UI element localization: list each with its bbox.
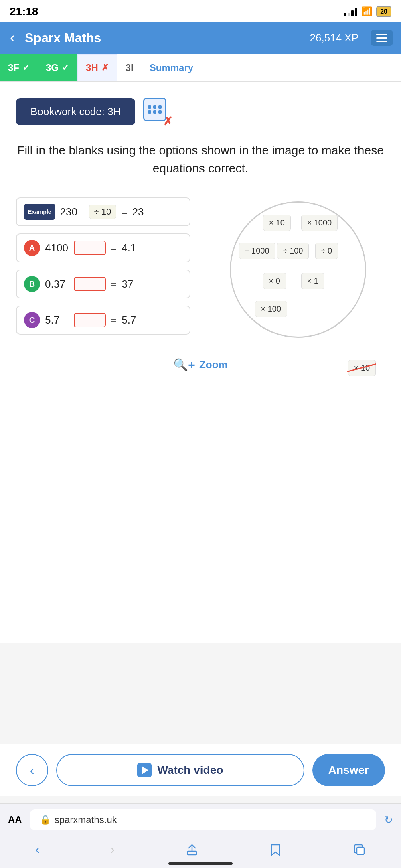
- equation-row-B: B 0.37 = 37: [16, 270, 190, 298]
- eq-lhs: 230: [60, 206, 84, 218]
- calc-dot: [153, 105, 156, 109]
- eq-blank-C[interactable]: [74, 313, 106, 327]
- calc-dot: [153, 110, 156, 114]
- calc-dot: [148, 105, 151, 109]
- options-circle-container: × 10 × 1000 ÷ 1000 ÷ 100 ÷ 0 × 0 × 1 × 1…: [211, 197, 385, 338]
- zoom-label: Zoom: [199, 359, 228, 371]
- label-B: B: [24, 276, 40, 292]
- option-div1000[interactable]: ÷ 1000: [239, 243, 275, 259]
- option-x10[interactable]: × 10: [263, 215, 291, 231]
- browser-back-button[interactable]: ‹: [27, 839, 48, 860]
- hamburger-line: [376, 41, 387, 42]
- label-C: C: [24, 312, 40, 328]
- eq-blank-A[interactable]: [74, 241, 106, 255]
- answer-button[interactable]: Answer: [312, 754, 385, 786]
- play-triangle: [142, 766, 148, 774]
- x-icon: ✗: [101, 63, 109, 73]
- label-A: A: [24, 240, 40, 256]
- browser-bookmarks-button[interactable]: [261, 840, 290, 859]
- calc-dot: [158, 110, 162, 114]
- check-icon: ✓: [22, 63, 30, 73]
- option-x10-crossed: × 10: [348, 360, 376, 376]
- eq-equals: =: [111, 242, 117, 254]
- hamburger-line: [376, 37, 387, 39]
- equation-row-C: C 5.7 = 5.7: [16, 306, 190, 335]
- reload-icon[interactable]: ↻: [384, 814, 393, 826]
- signal-icon: [344, 7, 357, 16]
- nav-menu-button[interactable]: [371, 30, 393, 46]
- browser-forward-button[interactable]: ›: [102, 839, 123, 860]
- equation-row-A: A 4100 = 4.1: [16, 233, 190, 262]
- status-bar: 21:18 📶 20: [0, 0, 401, 22]
- nav-title: Sparx Maths: [25, 30, 302, 45]
- eq-blank-B[interactable]: [74, 277, 106, 291]
- tab-3I[interactable]: 3I: [117, 54, 142, 81]
- equation-row-example: Example 230 ÷ 10 = 23: [16, 197, 190, 226]
- eq-equals: =: [121, 206, 127, 218]
- option-div100[interactable]: ÷ 100: [277, 243, 309, 259]
- video-icon: [137, 763, 152, 777]
- option-x1[interactable]: × 1: [301, 273, 324, 289]
- bookwork-badge: Bookwork code: 3H: [16, 98, 135, 125]
- calc-dot-row: [148, 110, 162, 114]
- lock-icon: 🔒: [40, 815, 51, 825]
- option-div0[interactable]: ÷ 0: [315, 243, 338, 259]
- question-text: Fill in the blanks using the options sho…: [16, 141, 385, 177]
- browser-url: sparxmaths.uk: [55, 814, 117, 825]
- tab-3F[interactable]: 3F ✓: [0, 54, 38, 81]
- tab-3H-label: 3H: [86, 62, 98, 73]
- bookwork-row: Bookwork code: 3H ✗: [16, 98, 385, 125]
- nav-xp: 26,514 XP: [310, 32, 358, 44]
- main-content: Bookwork code: 3H ✗ Fill in the blanks u…: [0, 82, 401, 643]
- browser-bar: AA 🔒 sparxmaths.uk ↻: [0, 803, 401, 836]
- option-x0[interactable]: × 0: [263, 273, 286, 289]
- option-x100[interactable]: × 100: [255, 301, 288, 317]
- eq-equals: =: [111, 278, 117, 290]
- watch-video-button[interactable]: Watch video: [56, 754, 304, 786]
- tab-3G[interactable]: 3G ✓: [38, 54, 77, 81]
- battery-indicator: 20: [376, 6, 391, 17]
- eq-rhs: 23: [132, 206, 144, 218]
- wifi-icon: 📶: [361, 6, 372, 17]
- tab-3F-label: 3F: [8, 62, 19, 73]
- eq-lhs-B: 0.37: [45, 278, 69, 290]
- hamburger-line: [376, 34, 387, 35]
- calc-x-badge: ✗: [163, 116, 172, 127]
- svg-rect-2: [357, 847, 364, 854]
- tab-3G-label: 3G: [46, 62, 59, 73]
- tabs-bar: 3F ✓ 3G ✓ 3H ✗ 3I Summary: [0, 54, 401, 82]
- calculator-icon: ✗: [143, 98, 170, 125]
- browser-share-button[interactable]: [178, 840, 207, 859]
- option-x1000[interactable]: × 1000: [301, 215, 338, 231]
- eq-operator: ÷ 10: [89, 205, 117, 219]
- tab-summary[interactable]: Summary: [142, 54, 201, 81]
- calc-dot: [158, 105, 162, 109]
- eq-lhs-C: 5.7: [45, 314, 69, 327]
- label-example: Example: [24, 204, 55, 220]
- back-button[interactable]: ‹: [16, 754, 48, 786]
- status-icons: 📶 20: [344, 6, 391, 17]
- equations-list: Example 230 ÷ 10 = 23 A 4100 = 4.1 B 0.3…: [16, 197, 190, 335]
- browser-aa[interactable]: AA: [8, 814, 22, 825]
- calc-dot: [148, 110, 151, 114]
- check-icon: ✓: [62, 63, 69, 73]
- nav-header: ‹ Sparx Maths 26,514 XP: [0, 22, 401, 54]
- options-circle: × 10 × 1000 ÷ 1000 ÷ 100 ÷ 0 × 0 × 1 × 1…: [230, 201, 366, 338]
- nav-back-button[interactable]: ‹: [8, 27, 17, 48]
- home-indicator: [168, 862, 233, 865]
- calc-dot-row: [148, 105, 162, 109]
- zoom-icon: 🔍+: [173, 358, 195, 372]
- browser-url-area[interactable]: 🔒 sparxmaths.uk: [30, 809, 376, 830]
- eq-rhs-A: 4.1: [122, 242, 136, 254]
- browser-tabs-button[interactable]: [345, 840, 374, 859]
- eq-equals: =: [111, 314, 117, 327]
- tab-3H[interactable]: 3H ✗: [77, 54, 117, 81]
- zoom-button[interactable]: 🔍+ Zoom: [173, 358, 227, 372]
- watch-video-label: Watch video: [157, 764, 223, 777]
- bottom-action-bar: ‹ Watch video Answer: [0, 744, 401, 796]
- equation-area: Example 230 ÷ 10 = 23 A 4100 = 4.1 B 0.3…: [16, 197, 385, 338]
- tab-3I-label: 3I: [126, 62, 134, 73]
- status-time: 21:18: [10, 5, 38, 18]
- eq-rhs-C: 5.7: [122, 314, 136, 327]
- eq-rhs-B: 37: [122, 278, 133, 290]
